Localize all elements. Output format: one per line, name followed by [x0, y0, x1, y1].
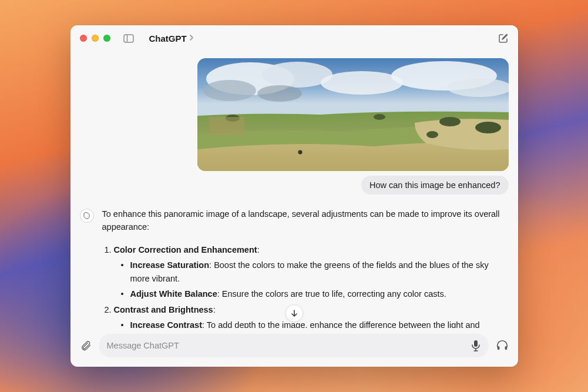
svg-rect-15 — [209, 117, 244, 135]
svg-point-6 — [321, 71, 403, 95]
list-item: Adjust White Balance: Ensure the colors … — [121, 287, 509, 300]
svg-rect-17 — [474, 340, 478, 347]
user-message-text: How can this image be enhanced? — [361, 176, 508, 195]
user-attached-image[interactable] — [197, 58, 509, 171]
compose-icon — [498, 33, 509, 44]
composer — [70, 328, 518, 367]
svg-point-12 — [439, 117, 461, 126]
svg-point-16 — [298, 150, 302, 155]
svg-point-8 — [447, 78, 509, 97]
sidebar-toggle-button[interactable] — [123, 34, 134, 43]
svg-point-11 — [374, 114, 385, 120]
app-window: ChatGPT — [70, 25, 518, 367]
svg-point-9 — [257, 85, 302, 102]
window-controls — [80, 35, 110, 42]
sidebar-icon — [123, 34, 134, 43]
chatgpt-logo-icon — [82, 212, 91, 220]
list-item: Contrast and Brightness: Increase Contra… — [114, 303, 509, 328]
voice-mode-button[interactable] — [496, 339, 509, 352]
new-chat-button[interactable] — [498, 33, 509, 44]
assistant-intro: To enhance this panoramic image of a lan… — [102, 207, 509, 234]
assistant-message-text: To enhance this panoramic image of a lan… — [102, 207, 509, 328]
title-dropdown[interactable]: ChatGPT — [149, 33, 194, 43]
paperclip-icon — [80, 340, 92, 351]
close-window-button[interactable] — [80, 35, 87, 42]
headphones-icon — [496, 339, 509, 352]
messages-scroll[interactable]: How can this image be enhanced? To enhan… — [70, 51, 518, 328]
user-message: How can this image be enhanced? — [80, 58, 509, 195]
mic-button[interactable] — [471, 340, 481, 351]
fullscreen-window-button[interactable] — [103, 35, 110, 42]
list-item: Increase Saturation: Boost the colors to… — [121, 259, 509, 285]
scroll-to-bottom-button[interactable] — [285, 304, 303, 322]
microphone-icon — [471, 340, 481, 351]
svg-rect-19 — [505, 346, 507, 350]
assistant-avatar — [80, 209, 94, 223]
svg-rect-0 — [124, 35, 133, 42]
svg-point-13 — [475, 122, 501, 133]
arrow-down-icon — [290, 309, 298, 317]
message-input[interactable] — [107, 341, 465, 350]
app-title: ChatGPT — [149, 33, 187, 43]
list-item: Color Correction and Enhancement: Increa… — [114, 243, 509, 301]
minimize-window-button[interactable] — [92, 35, 99, 42]
attach-button[interactable] — [80, 340, 92, 351]
message-input-wrap — [99, 334, 489, 357]
conversation-area: How can this image be enhanced? To enhan… — [70, 51, 518, 328]
chevron-right-icon — [189, 33, 194, 43]
svg-point-5 — [203, 80, 256, 101]
titlebar: ChatGPT — [70, 25, 518, 51]
list-item: Increase Contrast: To add depth to the i… — [121, 319, 509, 328]
svg-point-14 — [426, 131, 438, 138]
svg-rect-18 — [497, 346, 499, 350]
